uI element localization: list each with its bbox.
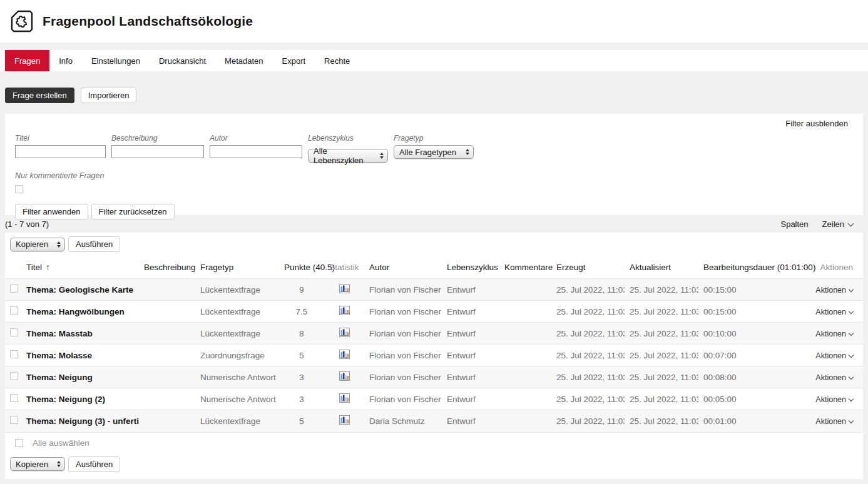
row-actions-dropdown[interactable]: Aktionen bbox=[815, 417, 858, 426]
row-checkbox[interactable] bbox=[10, 394, 18, 402]
duration-cell: 00:08:00 bbox=[698, 366, 805, 388]
statistics-cell bbox=[324, 301, 364, 323]
duration-cell: 00:15:00 bbox=[698, 279, 805, 301]
statistics-icon[interactable] bbox=[339, 371, 350, 381]
select-arrows-icon bbox=[57, 241, 61, 248]
commented-only-checkbox[interactable] bbox=[15, 185, 23, 193]
create-question-button[interactable]: Frage erstellen bbox=[5, 88, 74, 103]
statistics-icon[interactable] bbox=[339, 328, 350, 337]
bulk-action-select-top[interactable]: Kopieren bbox=[10, 238, 65, 251]
points-cell: 9 bbox=[279, 279, 324, 301]
result-range-top: (1 - 7 von 7) bbox=[5, 219, 49, 229]
column-header-title[interactable]: Titel↑ bbox=[21, 256, 139, 279]
chevron-down-icon bbox=[849, 352, 854, 357]
row-checkbox[interactable] bbox=[10, 328, 18, 336]
question-title-link[interactable]: Thema: Neigung (2) bbox=[26, 395, 105, 404]
sort-ascending-icon: ↑ bbox=[46, 262, 50, 272]
column-header-description[interactable]: Beschreibung bbox=[139, 256, 195, 279]
row-checkbox[interactable] bbox=[10, 350, 18, 358]
column-header-updated[interactable]: Aktualisiert bbox=[625, 256, 698, 279]
question-title-link[interactable]: Thema: Masstab bbox=[26, 329, 93, 338]
question-title-link[interactable]: Thema: Neigung (3) - unfertig bbox=[26, 416, 139, 426]
table-row: Thema: NeigungNumerische Antwort3Florian… bbox=[5, 366, 863, 388]
reset-filter-button[interactable]: Filter zurücksetzen bbox=[91, 204, 175, 219]
column-header-duration[interactable]: Bearbeitungsdauer (01:01:00) bbox=[698, 256, 805, 279]
question-table: Titel↑ Beschreibung Fragetyp Punkte (40.… bbox=[5, 256, 863, 432]
column-header-created[interactable]: Erzeugt bbox=[551, 256, 625, 279]
bulk-action-select-bottom[interactable]: Kopieren bbox=[10, 457, 65, 471]
column-header-comments[interactable]: Kommentare bbox=[499, 256, 551, 279]
column-header-lifecycle[interactable]: Lebenszyklus bbox=[442, 256, 499, 279]
columns-selection-link[interactable]: Spalten bbox=[780, 219, 808, 229]
tab-bar: Fragen Info Einstellungen Druckansicht M… bbox=[0, 50, 868, 71]
filter-description-label: Beschreibung bbox=[111, 134, 204, 143]
question-title-cell: Thema: Masstab bbox=[21, 323, 139, 345]
statistics-icon[interactable] bbox=[339, 393, 350, 403]
rows-selection-dropdown[interactable]: Zeilen bbox=[822, 219, 853, 229]
row-actions-dropdown[interactable]: Aktionen bbox=[815, 308, 858, 316]
tab-rechte[interactable]: Rechte bbox=[315, 50, 359, 71]
created-cell: 25. Jul 2022, 11:03 bbox=[551, 366, 625, 388]
table-row: Thema: Neigung (3) - unfertigLückentextf… bbox=[5, 410, 863, 432]
column-header-type[interactable]: Fragetyp bbox=[195, 256, 279, 279]
row-checkbox-cell bbox=[5, 388, 21, 410]
row-checkbox[interactable] bbox=[10, 285, 18, 293]
comments-cell bbox=[499, 366, 551, 388]
duration-cell: 00:07:00 bbox=[698, 345, 805, 366]
row-actions-dropdown[interactable]: Aktionen bbox=[815, 351, 858, 360]
statistics-cell bbox=[324, 366, 364, 388]
question-title-link[interactable]: Thema: Geologische Karte bbox=[26, 285, 133, 295]
description-cell bbox=[139, 323, 195, 345]
table-header-row: Titel↑ Beschreibung Fragetyp Punkte (40.… bbox=[5, 256, 863, 279]
filter-author-input[interactable] bbox=[210, 145, 302, 158]
updated-cell: 25. Jul 2022, 11:03 bbox=[625, 323, 698, 345]
question-title-link[interactable]: Thema: Molasse bbox=[26, 351, 92, 360]
statistics-icon[interactable] bbox=[339, 350, 350, 359]
question-type-cell: Numerische Antwort bbox=[195, 366, 279, 388]
filter-description-input[interactable] bbox=[111, 145, 204, 158]
tab-druckansicht[interactable]: Druckansicht bbox=[150, 50, 215, 71]
row-checkbox[interactable] bbox=[10, 416, 18, 424]
row-checkbox[interactable] bbox=[10, 372, 18, 380]
import-button[interactable]: Importieren bbox=[81, 88, 137, 103]
tab-metadaten[interactable]: Metadaten bbox=[215, 50, 272, 71]
chevron-down-icon bbox=[849, 374, 854, 379]
bulk-action-top: Kopieren Ausführen bbox=[5, 233, 863, 256]
row-actions-dropdown[interactable]: Aktionen bbox=[815, 373, 858, 382]
created-cell: 25. Jul 2022, 11:03 bbox=[551, 410, 625, 432]
lifecycle-cell: Entwurf bbox=[442, 279, 499, 301]
execute-button-bottom[interactable]: Ausführen bbox=[68, 456, 120, 472]
author-cell: Daria Schmutz bbox=[364, 410, 442, 432]
row-checkbox-cell bbox=[5, 301, 21, 323]
hide-filter-link[interactable]: Filter ausblenden bbox=[785, 119, 848, 128]
apply-filter-button[interactable]: Filter anwenden bbox=[15, 204, 88, 219]
row-checkbox[interactable] bbox=[10, 306, 18, 315]
filter-title-input[interactable] bbox=[15, 145, 106, 158]
statistics-icon[interactable] bbox=[339, 415, 350, 425]
row-actions-dropdown[interactable]: Aktionen bbox=[815, 286, 858, 295]
tab-export[interactable]: Export bbox=[273, 50, 315, 71]
tab-fragen[interactable]: Fragen bbox=[5, 50, 49, 71]
question-title-link[interactable]: Thema: Hangwölbungen bbox=[26, 307, 125, 316]
statistics-cell bbox=[324, 279, 364, 301]
statistics-icon[interactable] bbox=[339, 284, 350, 293]
tab-einstellungen[interactable]: Einstellungen bbox=[82, 50, 150, 71]
row-actions-dropdown[interactable]: Aktionen bbox=[815, 395, 858, 404]
question-title-link[interactable]: Thema: Neigung bbox=[26, 373, 93, 382]
filter-fields: Titel Beschreibung Autor Lebenszyklus Al… bbox=[15, 134, 853, 163]
lifecycle-cell: Entwurf bbox=[442, 345, 499, 366]
tab-info[interactable]: Info bbox=[49, 50, 82, 71]
row-actions-dropdown[interactable]: Aktionen bbox=[815, 330, 858, 338]
lifecycle-cell: Entwurf bbox=[442, 388, 499, 410]
select-all-checkbox[interactable] bbox=[15, 439, 23, 447]
created-cell: 25. Jul 2022, 11:03 bbox=[551, 279, 625, 301]
filter-lifecycle-select[interactable]: Alle Lebenszyklen bbox=[308, 149, 388, 163]
filter-question-type-select[interactable]: Alle Fragetypen bbox=[394, 145, 474, 159]
column-header-author[interactable]: Autor bbox=[364, 256, 442, 279]
row-checkbox-cell bbox=[5, 410, 21, 432]
column-header-points[interactable]: Punkte (40.5) bbox=[279, 256, 324, 279]
statistics-icon[interactable] bbox=[339, 306, 350, 315]
execute-button-top[interactable]: Ausführen bbox=[68, 236, 120, 252]
bulk-action-bottom: Kopieren Ausführen bbox=[5, 453, 863, 479]
chevron-down-icon bbox=[849, 418, 854, 423]
